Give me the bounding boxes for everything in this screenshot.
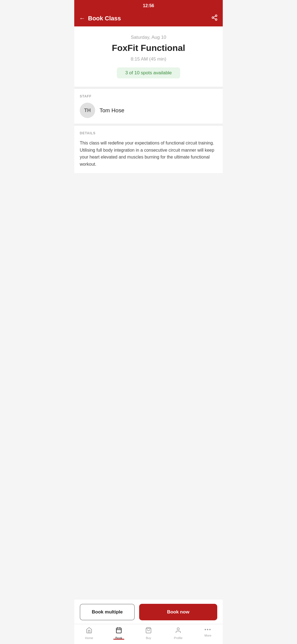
staff-avatar: TH — [80, 103, 95, 118]
svg-point-10 — [177, 628, 179, 630]
divider-2 — [74, 124, 223, 126]
details-text: This class will redefine your expectatio… — [80, 140, 217, 168]
nav-label-buy: Buy — [146, 636, 151, 640]
status-time: 12:56 — [143, 3, 154, 8]
header-title: Book Class — [88, 15, 121, 22]
book-multiple-button[interactable]: Book multiple — [80, 604, 135, 620]
nav-label-home: Home — [85, 636, 93, 640]
share-icon — [211, 14, 218, 21]
nav-item-buy[interactable]: Buy — [134, 627, 163, 640]
nav-item-book[interactable]: Book — [104, 627, 134, 640]
svg-rect-5 — [116, 628, 121, 633]
nav-label-profile: Profile — [174, 636, 182, 640]
class-info: Saturday, Aug 10 FoxFit Functional 8:15 … — [74, 26, 223, 87]
staff-row: TH Tom Hose — [80, 103, 217, 118]
staff-initials: TH — [84, 108, 91, 113]
bottom-spacer — [74, 173, 223, 195]
svg-line-3 — [214, 18, 216, 19]
staff-section: STAFF TH Tom Hose — [74, 89, 223, 124]
spots-badge: 3 of 10 spots available — [117, 67, 180, 78]
nav-label-more: More — [204, 634, 211, 637]
book-icon — [116, 627, 122, 635]
more-icon: ••• — [205, 627, 211, 633]
status-bar: 12:56 — [74, 0, 223, 10]
header: ← Book Class — [74, 10, 223, 26]
nav-item-home[interactable]: Home — [74, 627, 104, 640]
class-date: Saturday, Aug 10 — [80, 35, 217, 40]
staff-label: STAFF — [80, 94, 217, 98]
staff-name: Tom Hose — [100, 107, 124, 114]
nav-item-profile[interactable]: Profile — [163, 627, 193, 640]
header-left: ← Book Class — [79, 15, 121, 22]
nav-item-more[interactable]: ••• More — [193, 627, 223, 640]
class-name: FoxFit Functional — [80, 43, 217, 53]
profile-icon — [175, 627, 182, 635]
home-icon — [86, 627, 92, 635]
back-icon: ← — [79, 15, 85, 22]
nav-active-indicator — [113, 639, 124, 640]
share-button[interactable] — [211, 14, 218, 23]
class-time: 8:15 AM (45 min) — [80, 56, 217, 62]
divider-1 — [74, 87, 223, 89]
buy-icon — [145, 627, 152, 635]
details-section: DETAILS This class will redefine your ex… — [74, 126, 223, 173]
svg-line-4 — [214, 16, 216, 17]
details-label: DETAILS — [80, 131, 217, 135]
book-now-button[interactable]: Book now — [139, 604, 217, 620]
bottom-nav: Home Book Buy — [74, 624, 223, 644]
back-button[interactable]: ← — [79, 15, 85, 22]
action-buttons: Book multiple Book now — [74, 599, 223, 625]
